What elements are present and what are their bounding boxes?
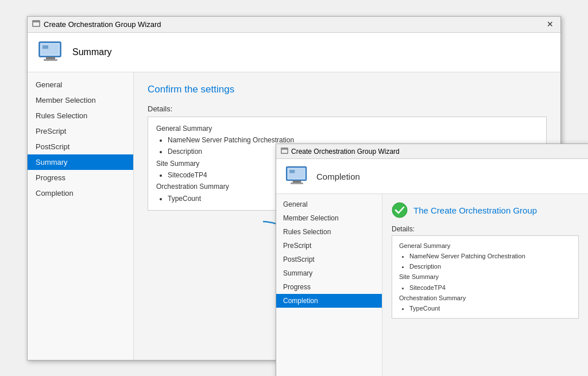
sidebar-item-completion[interactable]: Completion bbox=[28, 185, 133, 201]
general-summary-title: General Summary bbox=[156, 123, 538, 134]
popup-title-bar: Create Orchestration Group Wizard bbox=[276, 144, 588, 159]
popup-header-title: Completion bbox=[316, 172, 360, 181]
svg-rect-7 bbox=[42, 45, 48, 49]
header-title: Summary bbox=[72, 47, 111, 57]
sidebar: General Member Selection Rules Selection… bbox=[28, 72, 134, 360]
header-bar: Summary bbox=[28, 33, 560, 72]
popup-general-item-1: Description bbox=[409, 261, 571, 272]
popup-general-summary-title: General Summary bbox=[399, 241, 571, 251]
popup-site-items-list: SitecodeTP4 bbox=[399, 282, 571, 293]
popup-sidebar-completion[interactable]: Completion bbox=[276, 294, 382, 308]
popup-title-left: Create Orchestration Group Wizard bbox=[281, 148, 400, 156]
sidebar-item-postscript[interactable]: PostScript bbox=[28, 139, 133, 154]
svg-rect-5 bbox=[44, 59, 57, 61]
sidebar-item-general[interactable]: General bbox=[28, 77, 133, 92]
popup-general-items-list: NameNew Server Patching Orchestration De… bbox=[399, 251, 571, 272]
popup-sidebar: General Member Selection Rules Selection… bbox=[276, 194, 382, 376]
popup-details-box: General Summary NameNew Server Patching … bbox=[392, 235, 579, 319]
svg-rect-1 bbox=[33, 21, 40, 22]
svg-rect-9 bbox=[281, 148, 288, 150]
svg-rect-4 bbox=[46, 57, 55, 59]
sidebar-item-member-selection[interactable]: Member Selection bbox=[28, 92, 133, 108]
popup-sidebar-prescript[interactable]: PreScript bbox=[276, 239, 382, 253]
popup-window-icon bbox=[281, 148, 288, 155]
svg-point-16 bbox=[392, 203, 407, 218]
main-title: Confirm the settings bbox=[148, 84, 547, 95]
popup-sidebar-general[interactable]: General bbox=[276, 197, 382, 211]
popup-header-icon bbox=[284, 164, 310, 189]
popup-sidebar-postscript[interactable]: PostScript bbox=[276, 253, 382, 266]
popup-sidebar-summary[interactable]: Summary bbox=[276, 266, 382, 280]
popup-content: General Member Selection Rules Selection… bbox=[276, 194, 588, 376]
popup-orchestration-summary-title: Orchestration Summary bbox=[399, 293, 571, 303]
popup-orchestration-item-0: TypeCount bbox=[409, 303, 571, 313]
popup-site-item-0: SitecodeTP4 bbox=[409, 282, 571, 293]
popup-title-text: Create Orchestration Group Wizard bbox=[291, 148, 400, 156]
details-label: Details: bbox=[148, 104, 547, 113]
close-button[interactable]: ✕ bbox=[544, 20, 556, 28]
title-bar-left: Create Orchestration Group Wizard bbox=[32, 20, 161, 29]
popup-main: The Create Orchestration Group Details: … bbox=[382, 194, 588, 376]
svg-rect-15 bbox=[289, 170, 295, 173]
popup-site-summary-title: Site Summary bbox=[399, 272, 571, 282]
popup-sidebar-progress[interactable]: Progress bbox=[276, 280, 382, 294]
success-icon bbox=[392, 202, 408, 218]
popup-window: Create Orchestration Group Wizard Comple… bbox=[276, 144, 588, 376]
sidebar-item-summary[interactable]: Summary bbox=[28, 154, 133, 170]
popup-sidebar-member-selection[interactable]: Member Selection bbox=[276, 211, 382, 225]
sidebar-item-progress[interactable]: Progress bbox=[28, 170, 133, 185]
header-icon bbox=[37, 38, 64, 66]
sidebar-item-rules-selection[interactable]: Rules Selection bbox=[28, 108, 133, 123]
success-header: The Create Orchestration Group bbox=[392, 202, 579, 218]
popup-general-item-0: NameNew Server Patching Orchestration bbox=[409, 251, 571, 261]
popup-sidebar-rules-selection[interactable]: Rules Selection bbox=[276, 225, 382, 239]
title-bar: Create Orchestration Group Wizard ✕ bbox=[28, 17, 560, 33]
window-icon bbox=[32, 20, 40, 28]
svg-rect-13 bbox=[291, 183, 303, 184]
success-title: The Create Orchestration Group bbox=[413, 206, 537, 215]
popup-orchestration-items-list: TypeCount bbox=[399, 303, 571, 313]
title-bar-text: Create Orchestration Group Wizard bbox=[44, 20, 161, 29]
popup-details-label: Details: bbox=[392, 225, 579, 233]
sidebar-item-prescript[interactable]: PreScript bbox=[28, 123, 133, 139]
svg-rect-12 bbox=[293, 180, 301, 183]
popup-header: Completion bbox=[276, 159, 588, 194]
